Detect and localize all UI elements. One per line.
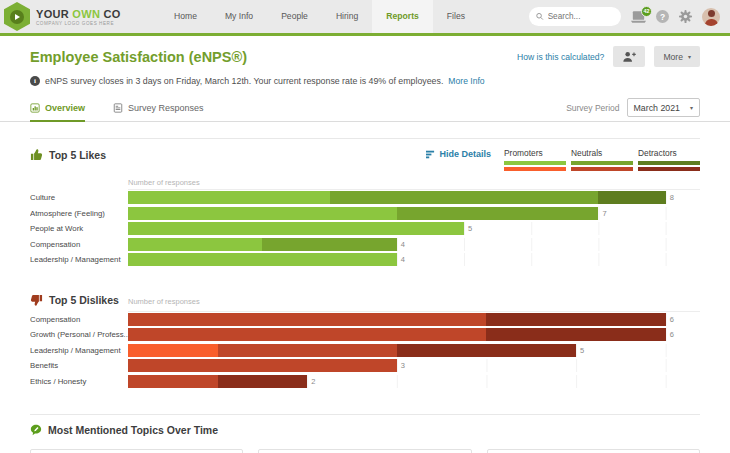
thumbs-down-icon	[30, 294, 43, 307]
bar-value: 3	[401, 361, 405, 370]
survey-period-select[interactable]: March 2021 ▾	[627, 98, 700, 117]
bar-segment-detractors	[486, 313, 665, 326]
topic-cards	[30, 449, 700, 453]
stacked-bar[interactable]	[128, 238, 397, 251]
bar-segment-promoters	[128, 191, 330, 204]
legend-item-promoters: Promoters	[504, 148, 566, 173]
search-input[interactable]	[548, 12, 614, 21]
stacked-bar[interactable]	[128, 344, 576, 357]
settings-button[interactable]	[678, 9, 693, 24]
bar-category-label: Leadership / Management	[30, 346, 128, 355]
tab-survey-responses[interactable]: Survey Responses	[113, 103, 204, 122]
chart-row: Benefits3	[30, 358, 700, 374]
nav-item-hiring[interactable]: Hiring	[322, 0, 372, 33]
dislikes-chart: Compensation6Growth (Personal / Profess.…	[30, 312, 700, 390]
hide-details-icon	[426, 150, 435, 159]
dislikes-section-title: Top 5 Dislikes	[30, 294, 119, 307]
add-person-button[interactable]	[613, 46, 645, 67]
bar-segment-neutrals	[128, 313, 486, 326]
legend-swatch-dislikes	[504, 167, 566, 171]
more-button-label: More	[663, 52, 683, 62]
chart-row: Leadership / Management4	[30, 252, 700, 268]
stacked-bar[interactable]	[128, 222, 464, 235]
bar-segment-detractors	[486, 328, 665, 341]
dislikes-title-text: Top 5 Dislikes	[49, 294, 119, 306]
notification-badge: 42	[641, 6, 652, 17]
page-header: Employee Satisfaction (eNPS®) How is thi…	[0, 36, 730, 93]
bar-category-label: Compensation	[30, 315, 128, 324]
survey-period-label: Survey Period	[566, 103, 619, 113]
likes-axis-label: Number of responses	[128, 178, 700, 187]
bar-segment-promoters	[128, 222, 464, 235]
stacked-bar[interactable]	[128, 313, 666, 326]
bar-track: 4	[128, 253, 700, 266]
bar-track: 6	[128, 313, 700, 326]
info-text: eNPS survey closes in 3 days on Friday, …	[45, 76, 443, 86]
topic-card[interactable]	[487, 449, 700, 453]
play-icon	[15, 14, 20, 20]
top-dislikes-section: Top 5 Dislikes Number of responses Compe…	[30, 294, 700, 390]
legend-swatch-likes	[638, 161, 700, 165]
brand-word-3: CO	[104, 8, 121, 20]
notifications-button[interactable]: 42	[630, 10, 647, 24]
bar-category-label: People at Work	[30, 224, 128, 233]
chart-legend: Hide Details PromotersNeutralsDetractors	[426, 148, 700, 173]
stacked-bar[interactable]	[128, 207, 598, 220]
tabs: OverviewSurvey Responses	[30, 103, 204, 121]
bar-category-label: Leadership / Management	[30, 255, 128, 264]
chart-row: Culture8	[30, 190, 700, 206]
topic-card[interactable]	[30, 449, 243, 453]
nav-item-reports[interactable]: Reports	[372, 0, 432, 33]
bar-track: 5	[128, 344, 700, 357]
stacked-bar[interactable]	[128, 253, 397, 266]
search-box[interactable]	[529, 7, 621, 26]
bar-track: 3	[128, 359, 700, 372]
bar-segment-neutrals	[330, 191, 599, 204]
user-avatar[interactable]	[702, 8, 720, 26]
bar-category-label: Compensation	[30, 240, 128, 249]
person-plus-icon	[622, 50, 636, 63]
tab-label: Overview	[45, 103, 85, 113]
more-button[interactable]: More ▾	[654, 46, 700, 67]
bar-value: 4	[401, 240, 405, 249]
bar-category-label: Atmosphere (Feeling)	[30, 209, 128, 218]
nav-item-files[interactable]: Files	[433, 0, 479, 33]
page-title: Employee Satisfaction (eNPS®)	[30, 49, 247, 65]
bar-segment-neutrals	[397, 207, 599, 220]
legend-item-detractors: Detractors	[638, 148, 700, 173]
topic-card[interactable]	[258, 449, 471, 453]
bar-segment-neutrals	[128, 375, 218, 388]
top-nav: YOUR OWN CO COMPANY LOGO GOES HERE HomeM…	[0, 0, 730, 33]
company-logo[interactable]: YOUR OWN CO COMPANY LOGO GOES HERE	[0, 2, 148, 31]
nav-item-my-info[interactable]: My Info	[211, 0, 267, 33]
chart-row: Atmosphere (Feeling)7	[30, 206, 700, 222]
stacked-bar[interactable]	[128, 359, 397, 372]
likes-chart: Culture8Atmosphere (Feeling)7People at W…	[30, 190, 700, 268]
bar-category-label: Benefits	[30, 361, 128, 370]
legend-items: PromotersNeutralsDetractors	[504, 148, 700, 173]
bar-segment-promoters	[128, 207, 397, 220]
how-calculated-link[interactable]: How is this calculated?	[517, 52, 604, 62]
nav-item-people[interactable]: People	[267, 0, 322, 33]
tab-label: Survey Responses	[128, 103, 204, 113]
stacked-bar[interactable]	[128, 375, 307, 388]
bar-segment-neutrals	[128, 359, 397, 372]
chart-row: Compensation4	[30, 237, 700, 253]
stacked-bar[interactable]	[128, 328, 666, 341]
help-button[interactable]: ?	[656, 10, 669, 23]
section-divider	[30, 414, 700, 415]
bar-category-label: Growth (Personal / Profess...	[30, 330, 128, 339]
stacked-bar[interactable]	[128, 191, 666, 204]
tab-overview[interactable]: Overview	[30, 103, 85, 122]
hide-details-link[interactable]: Hide Details	[426, 148, 491, 159]
more-info-link[interactable]: More Info	[448, 76, 484, 86]
bar-track: 7	[128, 207, 700, 220]
bar-segment-detractors	[397, 344, 576, 357]
brand-word-1: YOUR	[36, 8, 69, 20]
nav-right-group: 42 ?	[529, 7, 730, 26]
likes-title-text: Top 5 Likes	[49, 149, 106, 161]
nav-item-home[interactable]: Home	[160, 0, 211, 33]
legend-swatch-likes	[504, 161, 566, 165]
tab-bar: OverviewSurvey Responses Survey Period M…	[0, 93, 730, 122]
legend-swatch-dislikes	[571, 167, 633, 171]
